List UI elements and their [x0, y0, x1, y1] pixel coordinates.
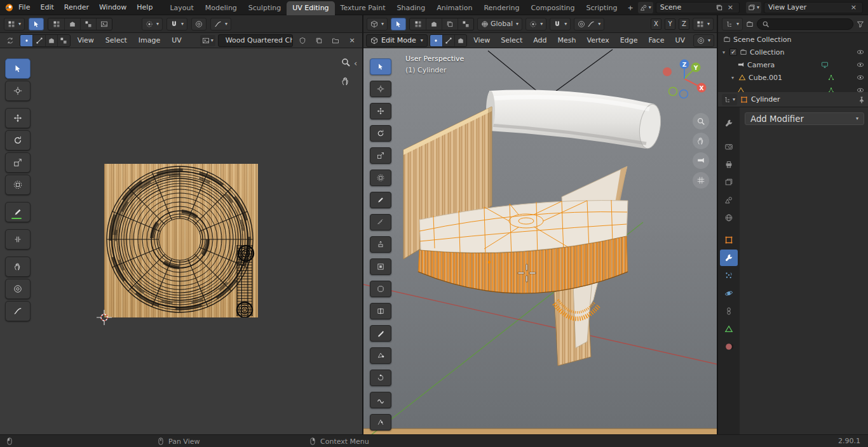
tab-render[interactable]: [720, 138, 738, 155]
tab-compositing[interactable]: Compositing: [526, 1, 581, 15]
scale-tool-button[interactable]: [370, 147, 391, 164]
select-face-button[interactable]: [454, 35, 466, 46]
outliner-row-cube001[interactable]: ▾ Cube.001: [718, 71, 868, 84]
tab-output[interactable]: [720, 156, 738, 173]
uv-select-edge-button[interactable]: [32, 35, 44, 46]
edge-slide-tool-button[interactable]: [370, 414, 391, 430]
gizmo-neg-y-ball[interactable]: [669, 88, 677, 96]
camera-view-button[interactable]: [693, 152, 709, 169]
pin-icon[interactable]: [858, 96, 865, 103]
tab-scene[interactable]: [720, 192, 738, 208]
loop-cut-tool-button[interactable]: [370, 303, 391, 319]
rip-region-tool-button[interactable]: [5, 229, 31, 250]
scene-browse-button[interactable]: ▾: [638, 2, 653, 13]
spin-tool-button[interactable]: [370, 370, 391, 386]
menu-help[interactable]: Help: [132, 0, 158, 15]
vp-toggle-4[interactable]: [458, 18, 473, 30]
smooth-tool-button[interactable]: [370, 392, 391, 408]
measure-tool-button[interactable]: [370, 214, 391, 230]
unlink-image-button[interactable]: ×: [345, 34, 359, 47]
vp-toggle-2[interactable]: [426, 18, 442, 30]
uv-toggle-2[interactable]: [64, 18, 80, 30]
uv-pivot-dropdown[interactable]: ▾: [142, 18, 163, 30]
ortho-toggle-button[interactable]: [693, 172, 709, 189]
blender-logo-icon[interactable]: [4, 3, 13, 13]
uv-sync-selection-button[interactable]: [3, 34, 17, 47]
uv-texture-image[interactable]: [104, 164, 258, 317]
uv-select-island-button[interactable]: [57, 35, 69, 46]
menu-file[interactable]: File: [13, 0, 35, 15]
tab-physics[interactable]: [720, 285, 738, 302]
viewport-canvas[interactable]: User Perspective (1) Cylinder: [362, 48, 717, 434]
tab-object-data[interactable]: [720, 321, 738, 337]
vp-menu-mesh[interactable]: Mesh: [553, 33, 581, 48]
visibility-toggle[interactable]: [857, 86, 864, 92]
annotate-tool-button[interactable]: [5, 202, 31, 222]
pan-button[interactable]: [693, 133, 709, 149]
uv-menu-image[interactable]: Image: [134, 33, 165, 48]
tab-world[interactable]: [720, 210, 738, 226]
chevron-down-icon[interactable]: ▾: [729, 75, 736, 81]
vp-menu-face[interactable]: Face: [644, 33, 669, 48]
fake-user-shield-button[interactable]: [295, 34, 309, 47]
sidebar-collapse-arrow[interactable]: ‹: [354, 58, 357, 68]
uv-editor-type-button[interactable]: ▾: [4, 18, 25, 30]
viewport-editor-type-button[interactable]: ▾: [367, 18, 388, 30]
transform-tool-button[interactable]: [5, 175, 31, 195]
tab-object[interactable]: [720, 232, 738, 248]
select-box-tool-button[interactable]: [370, 58, 391, 75]
vp-menu-vertex[interactable]: Vertex: [582, 33, 613, 48]
pinch-tool-button[interactable]: [5, 301, 31, 321]
tab-layout[interactable]: Layout: [164, 1, 199, 15]
poly-build-tool-button[interactable]: [370, 347, 391, 364]
transform-orientation-dropdown[interactable]: Global ▾: [477, 18, 522, 30]
image-name-field[interactable]: Wood Quartered Chi...: [218, 34, 293, 47]
pivot-point-dropdown[interactable]: ▾: [526, 18, 546, 30]
tab-particles[interactable]: [720, 267, 738, 284]
rotate-tool-button[interactable]: [5, 130, 31, 150]
vp-menu-edge[interactable]: Edge: [616, 33, 642, 48]
visibility-toggle[interactable]: [857, 74, 864, 81]
menu-edit[interactable]: Edit: [35, 0, 58, 15]
new-scene-icon[interactable]: [715, 4, 723, 11]
axis-x-toggle[interactable]: X: [651, 18, 661, 30]
uv-toggle-1[interactable]: [48, 18, 64, 30]
uv-proportional-edit-button[interactable]: [191, 18, 207, 30]
uv-snap-dropdown[interactable]: ▾: [166, 18, 187, 30]
tab-animation[interactable]: Animation: [431, 1, 478, 15]
outliner-editor-type-button[interactable]: ▾: [722, 18, 743, 30]
vp-menu-select[interactable]: Select: [496, 33, 527, 48]
view-layer-browse-button[interactable]: ▾: [746, 2, 761, 13]
select-vertex-button[interactable]: [430, 35, 442, 46]
rotate-tool-button[interactable]: [370, 125, 391, 142]
add-workspace-button[interactable]: +: [623, 1, 637, 15]
vp-toggle-3[interactable]: [442, 18, 458, 30]
uv-menu-uv[interactable]: UV: [167, 33, 186, 48]
unlink-scene-button[interactable]: ×: [726, 3, 735, 11]
cursor-tool-button[interactable]: [370, 81, 391, 97]
tweak-tool-button[interactable]: [5, 58, 31, 79]
chevron-down-icon[interactable]: ▾: [721, 50, 727, 55]
tab-texture-paint[interactable]: Texture Paint: [335, 1, 391, 15]
uv-active-tool-button[interactable]: [29, 18, 44, 30]
tab-tool[interactable]: [720, 115, 738, 131]
browse-image-button[interactable]: ▾: [200, 35, 215, 46]
tab-modifiers[interactable]: [720, 250, 738, 266]
properties-editor-type-button[interactable]: ▾: [722, 94, 737, 105]
extrude-tool-button[interactable]: [370, 236, 391, 253]
tab-material[interactable]: [720, 338, 738, 355]
scene-selector[interactable]: Scene ×: [656, 2, 740, 13]
gizmo-neg-z-ball[interactable]: [680, 90, 688, 98]
pan-hand-icon[interactable]: [341, 76, 351, 86]
vp-menu-view[interactable]: View: [469, 33, 494, 48]
bevel-tool-button[interactable]: [370, 281, 391, 297]
tab-uv-editing[interactable]: UV Editing: [287, 1, 334, 15]
zoom-button[interactable]: [693, 113, 709, 130]
relax-tool-button[interactable]: [5, 279, 31, 299]
remove-view-layer-button[interactable]: ×: [849, 3, 858, 11]
tab-shading[interactable]: Shading: [391, 1, 431, 15]
outliner-row-camera[interactable]: Camera: [718, 58, 868, 71]
cursor-tool-button[interactable]: [5, 81, 31, 101]
outliner-row-collection[interactable]: ▾ ✓ Collection: [718, 46, 868, 58]
outliner-search-input[interactable]: [757, 18, 853, 30]
